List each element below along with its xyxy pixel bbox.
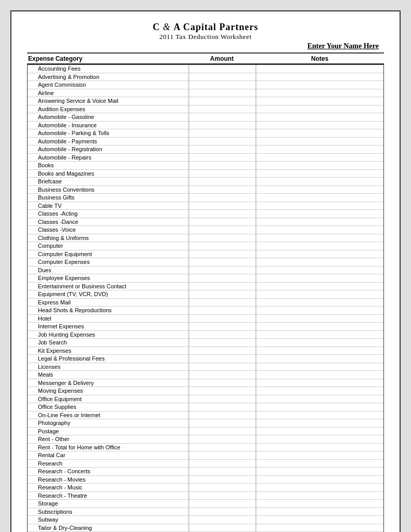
row-notes-cell[interactable]	[256, 97, 383, 105]
row-amount-cell[interactable]	[189, 331, 256, 339]
row-amount-cell[interactable]	[189, 81, 256, 89]
row-amount-cell[interactable]	[189, 428, 256, 435]
row-notes-cell[interactable]	[256, 323, 383, 330]
row-notes-cell[interactable]	[256, 162, 383, 169]
row-notes-cell[interactable]	[256, 105, 383, 113]
row-amount-cell[interactable]	[189, 234, 256, 242]
row-notes-cell[interactable]	[256, 524, 383, 532]
row-amount-cell[interactable]	[189, 395, 256, 403]
row-notes-cell[interactable]	[256, 178, 383, 185]
row-amount-cell[interactable]	[189, 315, 256, 323]
row-notes-cell[interactable]	[256, 460, 383, 468]
row-amount-cell[interactable]	[189, 468, 256, 475]
row-amount-cell[interactable]	[189, 524, 256, 532]
row-notes-cell[interactable]	[256, 444, 383, 451]
row-amount-cell[interactable]	[189, 363, 256, 371]
row-notes-cell[interactable]	[256, 355, 383, 363]
row-notes-cell[interactable]	[256, 315, 383, 323]
row-amount-cell[interactable]	[189, 283, 256, 290]
row-notes-cell[interactable]	[256, 492, 383, 500]
row-notes-cell[interactable]	[256, 81, 383, 89]
row-notes-cell[interactable]	[256, 290, 383, 298]
row-amount-cell[interactable]	[189, 444, 256, 451]
row-notes-cell[interactable]	[256, 113, 383, 121]
row-notes-cell[interactable]	[256, 89, 383, 97]
row-notes-cell[interactable]	[256, 403, 383, 411]
row-amount-cell[interactable]	[189, 170, 256, 178]
row-amount-cell[interactable]	[189, 403, 256, 411]
row-amount-cell[interactable]	[189, 97, 256, 105]
row-notes-cell[interactable]	[256, 363, 383, 371]
row-amount-cell[interactable]	[189, 258, 256, 266]
row-notes-cell[interactable]	[256, 476, 383, 484]
row-notes-cell[interactable]	[256, 500, 383, 508]
row-amount-cell[interactable]	[189, 186, 256, 194]
row-notes-cell[interactable]	[256, 250, 383, 258]
row-amount-cell[interactable]	[189, 460, 256, 468]
row-amount-cell[interactable]	[189, 242, 256, 250]
row-notes-cell[interactable]	[256, 210, 383, 218]
row-notes-cell[interactable]	[256, 307, 383, 314]
row-notes-cell[interactable]	[256, 154, 383, 162]
row-amount-cell[interactable]	[189, 516, 256, 524]
row-notes-cell[interactable]	[256, 274, 383, 282]
row-amount-cell[interactable]	[189, 387, 256, 395]
row-notes-cell[interactable]	[256, 129, 383, 137]
row-amount-cell[interactable]	[189, 492, 256, 500]
row-amount-cell[interactable]	[189, 347, 256, 355]
row-notes-cell[interactable]	[256, 194, 383, 202]
row-notes-cell[interactable]	[256, 331, 383, 339]
row-amount-cell[interactable]	[189, 435, 256, 443]
row-amount-cell[interactable]	[189, 113, 256, 121]
row-amount-cell[interactable]	[189, 73, 256, 81]
row-amount-cell[interactable]	[189, 162, 256, 169]
row-notes-cell[interactable]	[256, 186, 383, 194]
row-amount-cell[interactable]	[189, 500, 256, 508]
row-amount-cell[interactable]	[189, 371, 256, 379]
row-amount-cell[interactable]	[189, 138, 256, 145]
row-amount-cell[interactable]	[189, 419, 256, 427]
row-amount-cell[interactable]	[189, 154, 256, 162]
row-amount-cell[interactable]	[189, 210, 256, 218]
row-notes-cell[interactable]	[256, 371, 383, 379]
row-notes-cell[interactable]	[256, 411, 383, 419]
row-amount-cell[interactable]	[189, 508, 256, 516]
row-amount-cell[interactable]	[189, 122, 256, 129]
row-amount-cell[interactable]	[189, 226, 256, 234]
row-amount-cell[interactable]	[189, 145, 256, 153]
row-notes-cell[interactable]	[256, 435, 383, 443]
row-notes-cell[interactable]	[256, 468, 383, 475]
row-notes-cell[interactable]	[256, 379, 383, 387]
row-amount-cell[interactable]	[189, 323, 256, 330]
row-notes-cell[interactable]	[256, 234, 383, 242]
row-notes-cell[interactable]	[256, 484, 383, 491]
row-notes-cell[interactable]	[256, 395, 383, 403]
row-notes-cell[interactable]	[256, 339, 383, 347]
row-notes-cell[interactable]	[256, 226, 383, 234]
row-amount-cell[interactable]	[189, 299, 256, 307]
row-amount-cell[interactable]	[189, 339, 256, 347]
row-notes-cell[interactable]	[256, 283, 383, 290]
row-amount-cell[interactable]	[189, 178, 256, 185]
row-amount-cell[interactable]	[189, 105, 256, 113]
row-notes-cell[interactable]	[256, 347, 383, 355]
row-amount-cell[interactable]	[189, 379, 256, 387]
row-amount-cell[interactable]	[189, 484, 256, 491]
row-notes-cell[interactable]	[256, 145, 383, 153]
row-amount-cell[interactable]	[189, 194, 256, 202]
row-notes-cell[interactable]	[256, 258, 383, 266]
row-notes-cell[interactable]	[256, 202, 383, 210]
row-amount-cell[interactable]	[189, 267, 256, 274]
row-notes-cell[interactable]	[256, 122, 383, 129]
row-amount-cell[interactable]	[189, 202, 256, 210]
row-amount-cell[interactable]	[189, 411, 256, 419]
row-amount-cell[interactable]	[189, 451, 256, 459]
row-amount-cell[interactable]	[189, 290, 256, 298]
row-amount-cell[interactable]	[189, 218, 256, 226]
row-amount-cell[interactable]	[189, 250, 256, 258]
row-amount-cell[interactable]	[189, 89, 256, 97]
row-notes-cell[interactable]	[256, 73, 383, 81]
row-amount-cell[interactable]	[189, 65, 256, 73]
row-notes-cell[interactable]	[256, 218, 383, 226]
row-notes-cell[interactable]	[256, 170, 383, 178]
